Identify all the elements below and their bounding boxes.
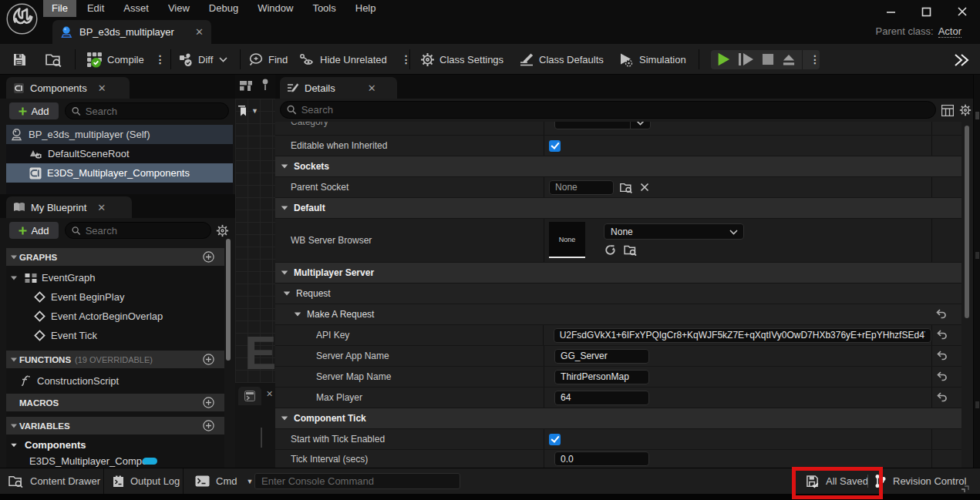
section-header-sockets[interactable]: Sockets bbox=[275, 156, 961, 177]
reset-to-default-icon[interactable] bbox=[936, 330, 948, 341]
tab-my-blueprint[interactable]: My Blueprint ✕ bbox=[6, 196, 132, 218]
details-search-box[interactable] bbox=[280, 101, 936, 119]
graphs-section-header[interactable]: GRAPHS bbox=[6, 248, 224, 266]
components-search-box[interactable] bbox=[65, 102, 229, 119]
menu-debug[interactable]: Debug bbox=[200, 0, 247, 17]
browse-asset-icon[interactable] bbox=[624, 244, 638, 256]
expand-caret-icon[interactable] bbox=[295, 312, 301, 316]
tab-compiler-results[interactable] bbox=[238, 387, 261, 405]
pin-icon[interactable] bbox=[261, 79, 269, 91]
tree-row-e3ds-multiplayer-components[interactable]: E3DS_Multiplayer_Components bbox=[6, 163, 233, 183]
parent-class-link[interactable]: Actor bbox=[938, 25, 961, 38]
expand-caret-icon[interactable] bbox=[281, 270, 288, 274]
expand-caret-icon[interactable] bbox=[281, 164, 288, 168]
subsection-header-request[interactable]: Request bbox=[275, 284, 961, 304]
toolbar-overflow-chevrons-icon[interactable] bbox=[953, 53, 970, 67]
menu-view[interactable]: View bbox=[160, 0, 198, 17]
wb-server-browser-dropdown[interactable]: None bbox=[604, 223, 744, 240]
editable-when-inherited-checkbox[interactable] bbox=[549, 140, 561, 152]
stop-button[interactable] bbox=[762, 53, 774, 65]
compile-options-kebab-icon[interactable]: ⋮ bbox=[152, 53, 169, 65]
socket-clear-icon[interactable] bbox=[640, 183, 649, 192]
my-blueprint-settings-gear-icon[interactable] bbox=[216, 224, 229, 237]
expand-caret-icon[interactable] bbox=[11, 443, 17, 447]
reset-to-default-icon[interactable] bbox=[936, 351, 948, 361]
diff-button[interactable]: Diff bbox=[179, 48, 227, 71]
my-blueprint-search-box[interactable] bbox=[65, 222, 211, 239]
simulation-button[interactable]: Simulation bbox=[618, 48, 686, 71]
my-blueprint-scrollbar[interactable] bbox=[226, 239, 231, 361]
wb-server-browser-thumbnail[interactable]: None bbox=[549, 222, 585, 258]
save-button[interactable] bbox=[12, 48, 27, 71]
components-add-button[interactable]: Add bbox=[9, 102, 59, 119]
variable-e3ds-multiplayer-compo[interactable]: E3DS_Multiplayer_Compo bbox=[6, 453, 224, 468]
play-button[interactable] bbox=[716, 52, 731, 67]
layout-grid-icon[interactable] bbox=[240, 81, 252, 91]
functions-section-header[interactable]: FUNCTIONS (19 OVERRIDABLE) bbox=[6, 351, 224, 368]
find-button[interactable]: Find bbox=[249, 48, 288, 71]
menu-window[interactable]: Window bbox=[249, 0, 301, 17]
unreal-logo[interactable] bbox=[5, 2, 39, 35]
server-map-name-input[interactable] bbox=[554, 370, 649, 384]
details-search-input[interactable] bbox=[301, 104, 929, 116]
my-blueprint-search-input[interactable] bbox=[86, 225, 204, 237]
components-search-input[interactable] bbox=[86, 106, 222, 117]
add-variable-plus-icon[interactable] bbox=[203, 420, 214, 431]
parent-socket-input[interactable] bbox=[549, 180, 614, 195]
play-options-kebab-icon[interactable]: ⋮ bbox=[807, 53, 823, 65]
expand-caret-icon[interactable] bbox=[281, 206, 288, 210]
browse-button[interactable] bbox=[45, 48, 62, 71]
add-macro-plus-icon[interactable] bbox=[203, 397, 214, 408]
maximize-button[interactable] bbox=[921, 7, 931, 17]
content-drawer-button[interactable]: Content Drawer bbox=[8, 468, 100, 494]
details-scrollbar-thumb[interactable] bbox=[965, 126, 969, 318]
macros-section-header[interactable]: MACROS bbox=[6, 394, 224, 411]
subsection-header-make-a-request[interactable]: Make A Request bbox=[275, 304, 961, 325]
frame-skip-button[interactable] bbox=[738, 52, 755, 66]
hide-unrelated-button[interactable]: Hide Unrelated ⋮ bbox=[298, 48, 415, 71]
section-header-component-tick[interactable]: Component Tick bbox=[275, 408, 961, 429]
console-command-input[interactable] bbox=[254, 473, 460, 489]
details-view-options-icon[interactable] bbox=[941, 105, 954, 116]
tab-close-icon[interactable]: ✕ bbox=[195, 26, 204, 38]
eject-button[interactable] bbox=[781, 53, 796, 66]
server-app-name-input[interactable] bbox=[554, 349, 649, 364]
graph-bookmarks-control[interactable]: ▼ bbox=[237, 103, 261, 119]
details-scrollbar-track[interactable] bbox=[961, 122, 973, 468]
reset-to-default-icon[interactable] bbox=[936, 392, 948, 403]
expand-caret-icon[interactable] bbox=[281, 416, 288, 420]
list-item-event-actorbeginoverlap[interactable]: Event ActorBeginOverlap bbox=[6, 307, 224, 326]
menu-edit[interactable]: Edit bbox=[79, 0, 113, 17]
menu-file[interactable]: File bbox=[43, 0, 76, 17]
close-button[interactable] bbox=[957, 6, 968, 17]
details-settings-gear-icon[interactable] bbox=[959, 104, 972, 116]
use-selected-asset-icon[interactable] bbox=[605, 244, 616, 256]
minimize-button[interactable] bbox=[886, 7, 896, 17]
list-item-event-tick[interactable]: Event Tick bbox=[6, 326, 224, 345]
tab-bp-e3ds-multiplayer[interactable]: BP_e3ds_multiplayer ✕ bbox=[52, 20, 211, 44]
add-function-plus-icon[interactable] bbox=[203, 354, 214, 365]
hide-unrelated-kebab-icon[interactable]: ⋮ bbox=[398, 53, 415, 65]
variables-section-header[interactable]: VARIABLES bbox=[6, 417, 224, 435]
cmd-dropdown[interactable]: Cmd ▼ bbox=[195, 468, 253, 494]
reset-to-default-icon[interactable] bbox=[936, 371, 948, 382]
expand-caret-icon[interactable] bbox=[11, 276, 17, 280]
category-dropdown[interactable] bbox=[554, 122, 651, 129]
list-item-constructionscript[interactable]: ConstructionScript bbox=[6, 371, 224, 391]
class-defaults-button[interactable]: Class Defaults bbox=[519, 48, 604, 71]
menu-asset[interactable]: Asset bbox=[115, 0, 157, 17]
socket-browse-icon[interactable] bbox=[620, 182, 633, 193]
class-settings-button[interactable]: Class Settings bbox=[420, 48, 503, 71]
tick-interval-input[interactable] bbox=[554, 451, 649, 466]
list-item-eventgraph[interactable]: EventGraph bbox=[6, 268, 224, 287]
section-header-default[interactable]: Default bbox=[275, 198, 961, 219]
my-blueprint-tab-close-icon[interactable]: ✕ bbox=[97, 202, 106, 213]
tab-components[interactable]: Components ✕ bbox=[6, 77, 130, 99]
my-blueprint-add-button[interactable]: Add bbox=[9, 222, 59, 239]
menu-help[interactable]: Help bbox=[347, 0, 385, 17]
tree-row-self[interactable]: BP_e3ds_multiplayer (Self) bbox=[6, 125, 233, 144]
components-tab-close-icon[interactable]: ✕ bbox=[98, 82, 106, 94]
variables-category-components[interactable]: Components bbox=[6, 437, 224, 453]
list-item-event-beginplay[interactable]: Event BeginPlay bbox=[6, 287, 224, 307]
strip-tab-close-icon[interactable]: ✕ bbox=[266, 389, 273, 399]
